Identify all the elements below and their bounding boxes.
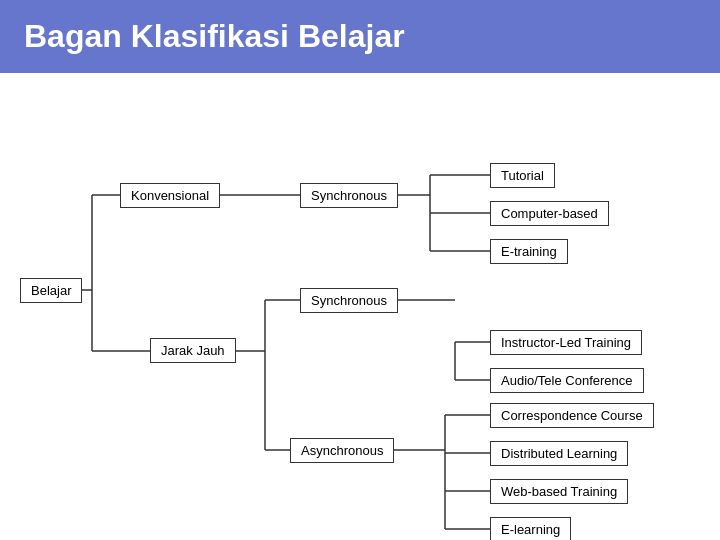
main-content: Belajar Konvensional Synchronous Jarak J… xyxy=(0,83,720,540)
box-async: Asynchronous xyxy=(290,438,394,463)
box-instructor: Instructor-Led Training xyxy=(490,330,642,355)
box-audio: Audio/Tele Conference xyxy=(490,368,644,393)
box-konvensional: Konvensional xyxy=(120,183,220,208)
box-webbased: Web-based Training xyxy=(490,479,628,504)
box-belajar: Belajar xyxy=(20,278,82,303)
box-etraining: E-training xyxy=(490,239,568,264)
page-title: Bagan Klasifikasi Belajar xyxy=(24,18,696,55)
box-distributed: Distributed Learning xyxy=(490,441,628,466)
box-computer-based: Computer-based xyxy=(490,201,609,226)
box-jarak-jauh: Jarak Jauh xyxy=(150,338,236,363)
box-sync-top: Synchronous xyxy=(300,183,398,208)
box-sync-mid: Synchronous xyxy=(300,288,398,313)
box-tutorial: Tutorial xyxy=(490,163,555,188)
header: Bagan Klasifikasi Belajar xyxy=(0,0,720,73)
box-correspondence: Correspondence Course xyxy=(490,403,654,428)
box-elearning: E-learning xyxy=(490,517,571,540)
